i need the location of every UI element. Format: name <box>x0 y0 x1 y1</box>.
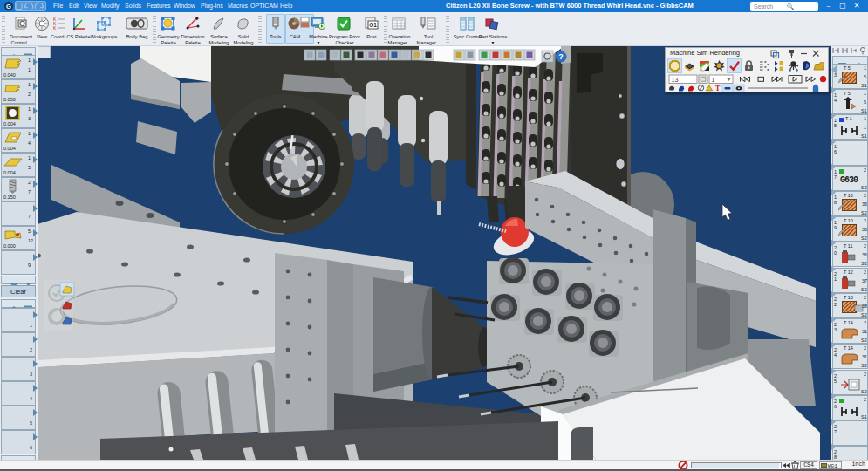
svg-text:K: K <box>53 25 57 31</box>
svg-text:G1: G1 <box>369 22 377 28</box>
svg-text:?: ? <box>558 52 564 61</box>
svg-text:13: 13 <box>672 77 679 83</box>
svg-text:1: 1 <box>712 77 715 83</box>
svg-text:G: G <box>6 3 11 10</box>
svg-text:T: T <box>715 85 721 92</box>
